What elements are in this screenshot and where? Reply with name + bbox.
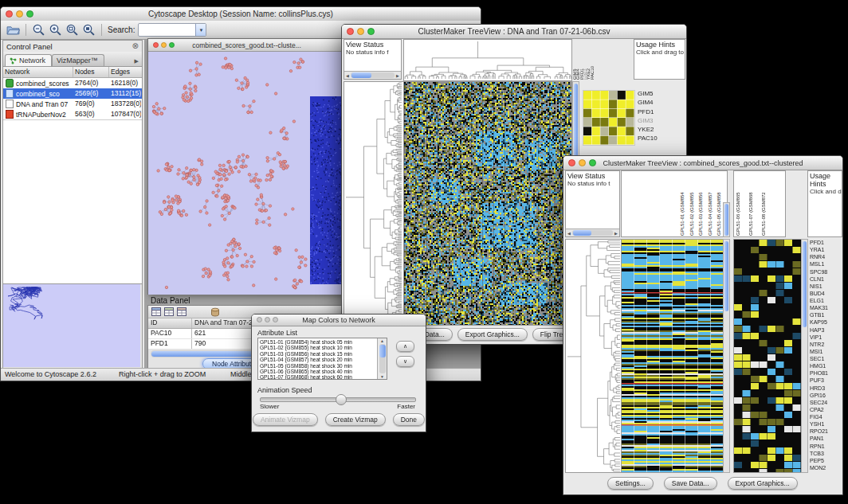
maximize-icon[interactable] [169, 42, 175, 48]
gene-label: PUF3 [810, 377, 842, 384]
zoom-fit-icon[interactable] [65, 23, 79, 37]
attribute-item[interactable]: GPL51-04 (GSM857) heat shock 20 min [260, 357, 377, 362]
minimize-icon[interactable] [265, 317, 270, 322]
zoom-out-icon[interactable] [32, 23, 45, 37]
scrollbar-thumb[interactable] [724, 204, 728, 236]
treeview-combined-titlebar[interactable]: ClusterMaker TreeView : combined_scores_… [563, 156, 842, 170]
settings-button[interactable]: Settings... [607, 477, 654, 490]
expression-heatmap[interactable] [622, 240, 724, 472]
scroll-left-icon[interactable]: ◀ [344, 73, 351, 78]
network-graph-canvas[interactable] [148, 52, 345, 295]
expression-heatmap[interactable] [404, 82, 571, 325]
column-header-edges[interactable]: Edges [109, 67, 142, 77]
attribute-item[interactable]: GPL51-03 (GSM856) heat shock 15 min [260, 351, 377, 357]
scrollbar-thumb[interactable] [803, 241, 807, 327]
gene-label: MSL1 [810, 260, 842, 268]
create-vizmap-button[interactable]: Create Vizmap [325, 413, 386, 426]
attribute-item[interactable]: GPL51-06 (GSM865) heat shock 40 min [260, 369, 377, 374]
network-list-row[interactable]: combined_sco2569(6)13112(15) [3, 88, 142, 99]
view-status-panel: View Status No status info t ◀ ▶ [565, 170, 620, 237]
slider-thumb[interactable] [336, 394, 347, 405]
edge-table-icon[interactable] [164, 307, 174, 316]
scroll-right-icon[interactable]: ▶ [395, 73, 401, 78]
treeview-combined-buttons: Settings...Save Data...Export Graphics..… [607, 477, 798, 490]
network-list-row[interactable]: combined_scores2764(0)16218(0) [3, 78, 142, 88]
vertical-scrollbar[interactable] [723, 202, 730, 237]
attribute-item[interactable]: GPL51-07 (GSM868) heat shock 60 min [260, 374, 377, 380]
scrollbar-thumb[interactable] [573, 230, 591, 236]
move-down-button[interactable]: ∨ [396, 356, 414, 367]
id-column-header[interactable]: ID [148, 318, 192, 328]
row-dendrogram[interactable] [566, 240, 622, 472]
network-list-row[interactable]: tRNAPuberNov2563(0)107847(0) [3, 109, 142, 119]
treeview-combined-title: ClusterMaker TreeView : combined_scores_… [603, 159, 803, 167]
scrollbar-thumb[interactable] [724, 241, 728, 311]
scroll-left-icon[interactable]: ◀ [566, 231, 572, 236]
animation-speed-slider[interactable] [260, 397, 416, 402]
scroll-down-icon[interactable]: ▼ [380, 374, 384, 379]
network-table-icon[interactable] [177, 307, 186, 316]
maximize-icon[interactable] [273, 317, 278, 322]
column-header-nodes[interactable]: Nodes [73, 67, 109, 77]
save-data-button[interactable]: Save Data... [664, 477, 717, 490]
minimize-icon[interactable] [161, 42, 167, 48]
node-table-icon[interactable] [151, 307, 161, 316]
maximize-icon[interactable] [589, 159, 596, 166]
attribute-item[interactable]: GPL51-02 (GSM855) heat shock 10 min [260, 345, 377, 350]
tab-network[interactable]: Network [5, 54, 52, 66]
minimize-icon[interactable] [579, 159, 586, 166]
zoom-heatmap[interactable] [734, 240, 801, 472]
row-dendrogram[interactable] [344, 82, 403, 325]
gene-label: HAP3 [810, 326, 842, 334]
dialog-titlebar[interactable]: Map Colors to Network [252, 315, 426, 326]
usage-hints-panel: Usage Hints Click and drag to [807, 170, 842, 237]
attribute-list[interactable]: GPL51-01 (GSM854) heat shock 05 minGPL51… [257, 338, 387, 380]
close-icon[interactable] [6, 10, 13, 18]
close-icon[interactable] [257, 317, 262, 322]
tab-overflow-icon[interactable]: ▶ [135, 58, 142, 66]
network-view-titlebar[interactable]: combined_scores_good.txt--cluste... [148, 39, 345, 52]
open-folder-icon[interactable] [6, 23, 20, 37]
cytoscape-titlebar[interactable]: Cytoscape Desktop (Session Name: collins… [1, 7, 481, 21]
network-overview-thumbnail[interactable] [3, 284, 140, 367]
zoom-in-icon[interactable] [49, 23, 62, 37]
scrollbar-thumb[interactable] [351, 72, 371, 78]
search-input[interactable]: ▼ [138, 23, 206, 37]
network-list-row[interactable]: DNA and Tran 07769(0)183728(0) [3, 99, 142, 109]
matrix-row-label: GIM3 [638, 116, 673, 125]
export-graphics-button[interactable]: Export Graphics... [457, 328, 528, 341]
column-header-network[interactable]: Network [3, 67, 73, 77]
faster-label: Faster [397, 403, 415, 410]
done-button[interactable]: Done [393, 413, 425, 426]
network-icon [6, 89, 14, 98]
scroll-up-icon[interactable]: ▲ [380, 338, 384, 343]
close-icon[interactable] [347, 28, 354, 35]
gene-label: TCB3 [810, 450, 842, 457]
vertical-scrollbar[interactable] [723, 239, 730, 473]
control-panel-title: Control Panel [6, 42, 53, 51]
control-panel-close-icon[interactable]: ⊗ [132, 42, 139, 50]
attribute-item[interactable]: GPL51-05 (GSM858) heat shock 30 min [260, 363, 377, 369]
column-dendrogram[interactable] [404, 40, 571, 80]
scrollbar-thumb[interactable] [379, 345, 386, 357]
correlation-matrix[interactable] [583, 91, 634, 145]
tab-vizmapper[interactable]: VizMapper™ [52, 54, 104, 66]
export-graphics-button[interactable]: Export Graphics... [728, 477, 798, 490]
minimize-icon[interactable] [357, 28, 364, 35]
database-icon[interactable] [210, 307, 220, 317]
close-icon[interactable] [568, 159, 575, 166]
search-dropdown-icon[interactable]: ▼ [195, 24, 206, 36]
horizontal-scrollbar[interactable]: ◀ ▶ [566, 229, 619, 236]
scroll-right-icon[interactable]: ▶ [613, 231, 619, 236]
move-up-button[interactable]: ∧ [396, 341, 414, 352]
minimize-icon[interactable] [16, 10, 23, 18]
close-icon[interactable] [153, 42, 159, 48]
maximize-icon[interactable] [367, 28, 375, 35]
attribute-item[interactable]: GPL51-01 (GSM854) heat shock 05 min [260, 339, 377, 345]
zoom-selected-icon[interactable] [82, 23, 96, 37]
treeview-dna-titlebar[interactable]: ClusterMaker TreeView : DNA and Tran 07-… [342, 25, 686, 39]
vertical-scrollbar[interactable] [801, 239, 808, 473]
horizontal-scrollbar[interactable]: ◀ ▶ [344, 71, 401, 79]
vertical-scrollbar[interactable]: ▲ ▼ [377, 338, 387, 379]
maximize-icon[interactable] [26, 10, 33, 18]
